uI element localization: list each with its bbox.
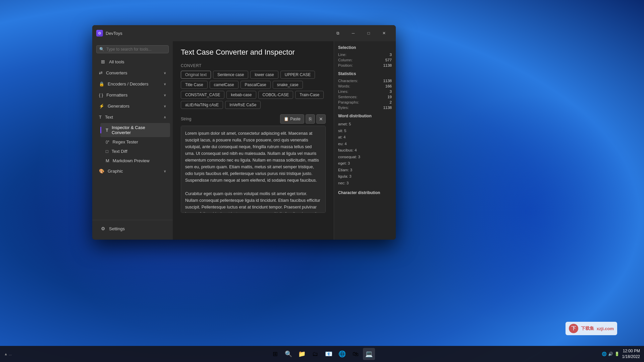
sentences-label: Sentences: [338, 95, 358, 99]
inspector-panel: Selection Line: 3 Column: 577 Position: … [334, 41, 396, 240]
bytes-value: 1138 [383, 106, 392, 110]
clear-button[interactable]: ✕ [316, 114, 326, 124]
graphic-icon: 🎨 [99, 169, 104, 174]
taskbar-files-icon[interactable]: 📁 [296, 348, 308, 360]
taskbar-store-icon[interactable]: 🛍 [350, 348, 362, 360]
sidebar-item-text[interactable]: T Text ∧ [94, 112, 171, 122]
paragraphs-label: Paragraphs: [338, 100, 359, 104]
string-actions: 📋 Paste ⎘ ✕ [280, 114, 326, 124]
lines-label: Lines: [338, 89, 348, 94]
sidebar-item-label: All tools [109, 59, 124, 64]
btn-train[interactable]: Train-Case [295, 91, 324, 99]
all-tools-icon: ⊞ [100, 59, 106, 64]
content-area: Text Case Converter and Inspector Conver… [173, 41, 334, 240]
sidebar-item-all-tools[interactable]: ⊞ All tools [95, 56, 170, 67]
btn-sentence[interactable]: Sentence case [213, 71, 248, 79]
btn-camel[interactable]: camelCase [210, 81, 238, 89]
btn-constant[interactable]: CONSTANT_CASE [181, 91, 224, 99]
btn-lower[interactable]: lower case [250, 71, 278, 79]
sidebar-child-markdown-preview[interactable]: M Markdown Preview [100, 156, 170, 165]
btn-inverse[interactable]: InVeRsE CaSe [225, 101, 261, 109]
btn-pascal[interactable]: PascalCase [240, 81, 271, 89]
btn-original[interactable]: Original text [181, 71, 211, 79]
char-dist-title: Character distribution [338, 190, 392, 195]
line-label: Line: [338, 53, 346, 57]
sidebar-section-label: Converters [106, 70, 127, 75]
statistics-title: Statistics [338, 71, 392, 76]
btn-kebab[interactable]: kebab-case [226, 91, 256, 99]
minimize-button[interactable]: ─ [345, 28, 361, 39]
word-dist-item: faucibus: 4 [338, 147, 392, 154]
close-button[interactable]: ✕ [376, 28, 392, 39]
formatters-icon: { } [99, 93, 103, 98]
sidebar-item-encoders[interactable]: 🔒 Encoders / Decoders ∨ [94, 79, 171, 89]
word-dist-item: consequat: 3 [338, 154, 392, 161]
sidebar-footer: ⚙ Settings [92, 220, 173, 237]
inspector-row-column: Column: 577 [338, 58, 392, 62]
word-dist-item: Etiam: 3 [338, 167, 392, 174]
inspector-row-sentences: Sentences: 19 [338, 95, 392, 99]
sidebar-item-graphic[interactable]: 🎨 Graphic ∨ [94, 166, 171, 176]
maximize-button[interactable]: □ [361, 28, 376, 39]
btn-alternating[interactable]: aLtErNaTiNg cAsE [181, 101, 223, 109]
word-dist-item: nec: 3 [338, 180, 392, 187]
sidebar-child-label: Inspector & Case Converter [112, 125, 165, 135]
paste-button[interactable]: 📋 Paste [280, 114, 304, 124]
taskbar-browser-icon[interactable]: 🌐 [336, 348, 348, 360]
word-dist-item: ligula: 3 [338, 173, 392, 180]
chevron-down-icon: ∨ [164, 104, 166, 108]
inspector-row-words: Words: 166 [338, 84, 392, 88]
line-value: 3 [390, 53, 392, 57]
word-dist-item: amet: 5 [338, 121, 392, 128]
regex-tester-icon: ()* [106, 140, 109, 144]
text-input[interactable]: Lorem ipsum dolor sit amet, consectetur … [181, 126, 326, 213]
word-distribution-list: amet: 5sit: 5at: 4eu: 4faucibus: 4conseq… [338, 121, 392, 186]
sidebar-section-label: Graphic [108, 169, 123, 174]
chevron-down-icon: ∨ [164, 169, 166, 173]
btn-cobol[interactable]: COBOL-CASE [258, 91, 293, 99]
text-icon: T [99, 115, 102, 120]
taskbar-start-icon[interactable]: ⊞ [269, 348, 281, 360]
taskbar-clock: 12:00 PM 1/18/2022 [622, 348, 640, 360]
bytes-label: Bytes: [338, 106, 349, 110]
sidebar-item-generators[interactable]: ⚡ Generators ∨ [94, 101, 171, 111]
chevron-down-icon: ∨ [164, 71, 166, 75]
sidebar-item-converters[interactable]: ⇄ Converters ∨ [94, 68, 171, 78]
word-dist-item: at: 4 [338, 134, 392, 141]
taskbar-widgets-icon[interactable]: 🗂 [309, 348, 321, 360]
taskbar: ▲ ... ⊞ 🔍 📁 🗂 📧 🌐 🛍 💻 🌐 🔊 🔋 12:00 PM 1/1… [0, 346, 644, 362]
copy-icon: ⎘ [309, 116, 312, 122]
sidebar-child-label: Text Diff [112, 149, 127, 154]
taskbar-left-icons: ▲ ... [4, 352, 12, 356]
sentences-value: 19 [387, 95, 392, 99]
sidebar-item-settings[interactable]: ⚙ Settings [95, 223, 170, 234]
sidebar-child-inspector-case[interactable]: T Inspector & Case Converter [100, 123, 170, 137]
network-icon: 🌐 [602, 352, 607, 356]
titlebar: ⚙ DevToys ⧉ ─ □ ✕ [92, 25, 396, 41]
taskbar-mail-icon[interactable]: 📧 [323, 348, 335, 360]
words-label: Words: [338, 84, 350, 88]
sidebar-child-regex-tester[interactable]: ()* Regex Tester [100, 137, 170, 146]
characters-label: Characters: [338, 79, 358, 83]
btn-title[interactable]: Title Case [181, 81, 208, 89]
inspector-row-line: Line: 3 [338, 53, 392, 57]
search-input[interactable] [106, 47, 166, 52]
convert-buttons: Original text Sentence case lower case U… [181, 71, 326, 109]
sidebar-child-text-diff[interactable]: □ Text Diff [100, 147, 170, 156]
taskbar-search-icon[interactable]: 🔍 [282, 348, 294, 360]
settings-label: Settings [109, 226, 125, 231]
btn-snake[interactable]: snake_case [273, 81, 303, 89]
paste-icon: 📋 [284, 117, 289, 121]
sidebar-item-formatters[interactable]: { } Formatters ∨ [94, 90, 171, 100]
inspector-row-paragraphs: Paragraphs: 2 [338, 100, 392, 104]
btn-upper[interactable]: UPPER CASE [280, 71, 315, 79]
taskbar-right: 🌐 🔊 🔋 12:00 PM 1/18/2022 [602, 348, 640, 360]
convert-section-label: Convert [181, 63, 326, 68]
system-tray-icons: 🌐 🔊 🔋 [602, 352, 620, 356]
taskbar-devtools-icon[interactable]: 💻 [363, 348, 375, 360]
sidebar-section-label: Formatters [106, 93, 127, 98]
copy-button[interactable]: ⎘ [306, 114, 315, 124]
word-dist-item: eget: 3 [338, 160, 392, 167]
taskbar-notification-icon: ▲ ... [4, 352, 12, 356]
tile-button[interactable]: ⧉ [330, 28, 345, 39]
